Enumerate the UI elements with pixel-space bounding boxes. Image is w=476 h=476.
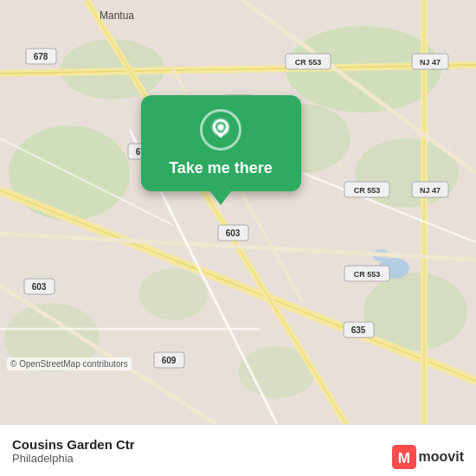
location-city: Philadelphia <box>12 452 135 465</box>
svg-text:Mantua: Mantua <box>100 10 134 22</box>
moovit-logo: M moovit <box>392 445 464 469</box>
svg-text:635: 635 <box>351 325 366 335</box>
svg-text:603: 603 <box>226 228 241 238</box>
moovit-logo-svg: M <box>392 445 416 469</box>
moovit-text: moovit <box>419 449 464 465</box>
svg-text:NJ 47: NJ 47 <box>420 58 441 67</box>
bottom-bar-text: Cousins Garden Ctr Philadelphia <box>12 437 135 465</box>
svg-text:CR 553: CR 553 <box>295 58 322 67</box>
location-name: Cousins Garden Ctr <box>12 437 135 452</box>
popup-box: Take me there <box>141 95 301 191</box>
popup-arrow <box>210 191 231 205</box>
svg-text:609: 609 <box>162 356 177 365</box>
svg-text:M: M <box>397 450 409 466</box>
location-icon-wrapper <box>200 109 241 151</box>
svg-text:CR 553: CR 553 <box>354 186 381 195</box>
map-container: 678 678 CR 553 NJ 47 603 603 603 CR 553 … <box>0 0 476 424</box>
svg-point-6 <box>138 268 208 320</box>
popup[interactable]: Take me there <box>134 95 307 205</box>
bottom-bar: Cousins Garden Ctr Philadelphia M moovit <box>0 424 476 476</box>
svg-text:CR 553: CR 553 <box>354 270 381 279</box>
svg-text:603: 603 <box>32 282 47 292</box>
svg-text:NJ 47: NJ 47 <box>420 186 441 195</box>
popup-label: Take me there <box>169 159 273 177</box>
osm-credit: © OpenStreetMap contributors <box>7 357 132 370</box>
svg-point-55 <box>218 125 224 131</box>
location-pin-icon <box>209 116 233 144</box>
svg-text:678: 678 <box>34 52 48 61</box>
